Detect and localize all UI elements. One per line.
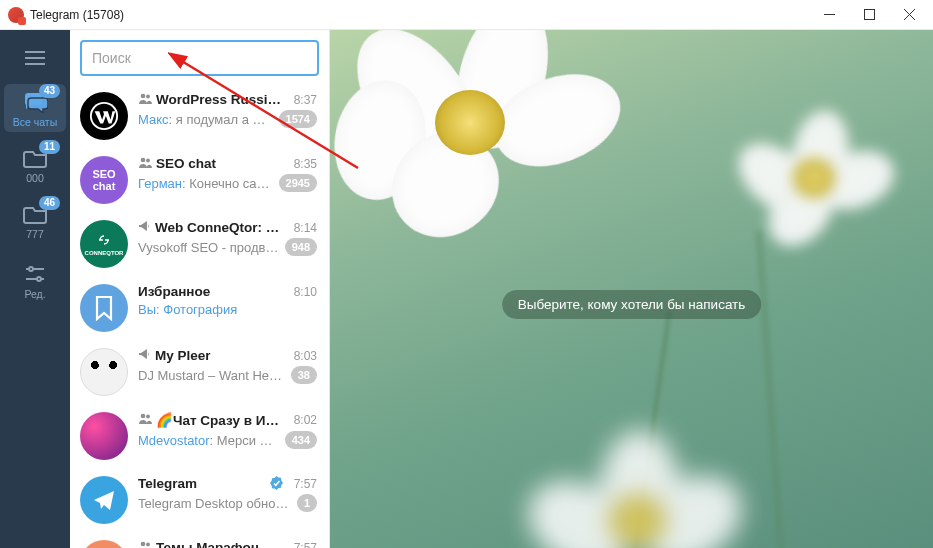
folders-rail: 43 Все чаты 11 000 46 777 Ред. (0, 30, 70, 548)
channel-icon (138, 220, 151, 235)
svg-point-14 (146, 94, 150, 98)
chat-sender: Mdevostator (138, 433, 210, 448)
unread-badge: 1 (297, 494, 317, 512)
folder-all-chats[interactable]: 43 Все чаты (4, 84, 66, 132)
avatar (80, 284, 128, 332)
chat-time: 7:57 (294, 541, 317, 549)
window-titlebar: Telegram (15708) (0, 0, 933, 30)
svg-rect-0 (824, 14, 835, 15)
group-icon (138, 157, 152, 171)
svg-point-8 (29, 267, 33, 271)
app-icon (8, 7, 24, 23)
sliders-icon (21, 262, 49, 286)
group-icon (138, 413, 152, 427)
avatar (80, 476, 128, 524)
chat-name: Избранное (138, 284, 284, 299)
chat-item[interactable]: ТРТемы Марафон и …7:57 (70, 532, 329, 548)
empty-chat-prompt: Выберите, кому хотели бы написать (502, 290, 762, 319)
unread-badge: 2945 (279, 174, 317, 192)
group-icon (138, 93, 152, 107)
svg-point-15 (141, 157, 146, 162)
svg-point-18 (146, 415, 150, 419)
folder-badge: 11 (39, 140, 60, 154)
chat-sender: Герман (138, 176, 182, 191)
chat-time: 8:02 (294, 413, 317, 427)
window-maximize-button[interactable] (849, 0, 889, 30)
svg-point-16 (146, 158, 150, 162)
unread-badge: 434 (285, 431, 317, 449)
folder-label: Ред. (24, 288, 45, 300)
svg-point-19 (141, 541, 146, 546)
window-title: Telegram (15708) (30, 8, 124, 22)
folder-777[interactable]: 46 777 (4, 196, 66, 244)
chat-time: 8:03 (294, 349, 317, 363)
svg-point-20 (146, 542, 150, 546)
avatar: SEOchat (80, 156, 128, 204)
chat-preview: Telegram Desktop обно… (138, 496, 291, 511)
svg-point-17 (141, 414, 146, 419)
chat-list-panel: WordPress Russian…8:37Макс: я подумал а … (70, 30, 330, 548)
chat-name: Telegram (138, 476, 265, 491)
chat-item[interactable]: WordPress Russian…8:37Макс: я подумал а … (70, 84, 329, 148)
chat-name: My Pleer (155, 348, 284, 363)
group-icon (138, 541, 152, 549)
chat-time: 8:37 (294, 93, 317, 107)
chat-item[interactable]: My Pleer8:03DJ Mustard – Want Her (…38 (70, 340, 329, 404)
menu-button[interactable] (15, 40, 55, 76)
avatar (80, 92, 128, 140)
chat-name: WordPress Russian… (156, 92, 284, 107)
avatar: CONNEQTOR (80, 220, 128, 268)
chat-name: 🌈Чат Сразу в Ин… (156, 412, 284, 428)
chat-sender: Вы (138, 302, 156, 317)
chat-preview: Vysokoff SEO - продви… (138, 240, 279, 255)
avatar (80, 348, 128, 396)
main-chat-area: Выберите, кому хотели бы написать (330, 30, 933, 548)
chat-time: 8:35 (294, 157, 317, 171)
chat-time: 8:10 (294, 285, 317, 299)
chat-name: Темы Марафон и … (156, 540, 284, 548)
svg-point-13 (141, 93, 146, 98)
chat-time: 7:57 (294, 477, 317, 491)
window-close-button[interactable] (889, 0, 929, 30)
window-minimize-button[interactable] (809, 0, 849, 30)
chat-time: 8:14 (294, 221, 317, 235)
folder-000[interactable]: 11 000 (4, 140, 66, 188)
folder-edit[interactable]: Ред. (4, 256, 66, 304)
avatar: ТР (80, 540, 128, 548)
folder-label: Все чаты (13, 116, 57, 128)
chat-item[interactable]: Telegram7:57Telegram Desktop обно…1 (70, 468, 329, 532)
unread-badge: 948 (285, 238, 317, 256)
chat-preview: Герман: Конечно са… (138, 176, 273, 191)
chat-sender: Макс (138, 112, 169, 127)
chat-preview: DJ Mustard – Want Her (… (138, 368, 285, 383)
chat-preview: Вы: Фотография (138, 302, 317, 317)
svg-point-10 (37, 277, 41, 281)
chat-item[interactable]: Избранное8:10Вы: Фотография (70, 276, 329, 340)
folder-badge: 43 (39, 84, 60, 98)
channel-icon (138, 348, 151, 363)
svg-rect-1 (864, 10, 874, 20)
chat-item[interactable]: CONNEQTORWeb ConneQtor: А…8:14Vysokoff S… (70, 212, 329, 276)
chat-preview: Макс: я подумал а ес… (138, 112, 273, 127)
chat-item[interactable]: SEOchatSEO chat8:35Герман: Конечно са…29… (70, 148, 329, 212)
folder-label: 777 (26, 228, 44, 240)
avatar (80, 412, 128, 460)
chat-preview: Mdevostator: Мерси б… (138, 433, 279, 448)
search-input[interactable] (80, 40, 319, 76)
chat-item[interactable]: 🌈Чат Сразу в Ин…8:02Mdevostator: Мерси б… (70, 404, 329, 468)
folder-label: 000 (26, 172, 44, 184)
chat-name: SEO chat (156, 156, 284, 171)
verified-icon (269, 476, 284, 491)
folder-badge: 46 (39, 196, 60, 210)
unread-badge: 38 (291, 366, 317, 384)
unread-badge: 1574 (279, 110, 317, 128)
chat-name: Web ConneQtor: А… (155, 220, 284, 235)
